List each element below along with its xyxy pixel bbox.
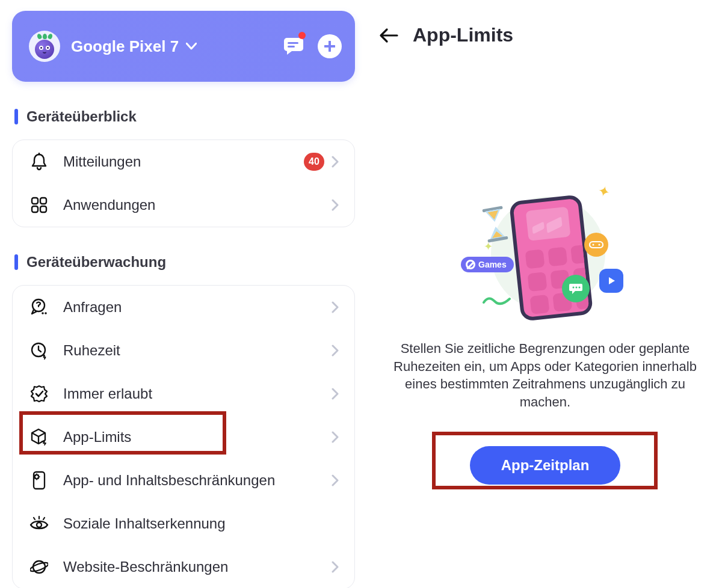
website-restrictions-row[interactable]: Website-Beschränkungen: [13, 545, 354, 588]
device-dropdown-icon[interactable]: [186, 43, 197, 50]
svg-rect-2: [288, 46, 295, 47]
app-schedule-button[interactable]: App-Zeitplan: [470, 446, 621, 485]
svg-point-9: [42, 312, 44, 314]
apps-label: Anwendungen: [63, 197, 155, 213]
svg-rect-5: [40, 198, 46, 204]
content-restrictions-label: App- und Inhaltsbeschränkungen: [63, 472, 275, 489]
chat-icon: [283, 37, 304, 55]
svg-point-22: [579, 287, 581, 289]
chevron-right-icon: [332, 474, 339, 486]
chevron-right-icon: [332, 388, 339, 400]
content-restrictions-row[interactable]: App- und Inhaltsbeschränkungen: [13, 459, 354, 502]
play-icon: [599, 269, 623, 293]
chevron-right-icon: [332, 301, 339, 313]
device-header-card: Google Pixel 7: [12, 11, 355, 82]
overview-card: Mitteilungen 40 Anwendungen: [12, 139, 355, 227]
social-detection-row[interactable]: Soziale Inhaltserkennung: [13, 502, 354, 545]
section-accent-bar: [14, 109, 18, 124]
svg-point-16: [30, 561, 48, 573]
svg-point-18: [593, 244, 594, 246]
plus-icon: [324, 41, 335, 52]
requests-label: Anfragen: [63, 299, 122, 316]
clock-icon: [28, 341, 50, 360]
section-monitoring-header: Geräteüberwachung: [14, 254, 355, 271]
chevron-right-icon: [332, 561, 339, 573]
chevron-right-icon: [332, 156, 339, 168]
arrow-left-icon: [379, 28, 398, 43]
back-button[interactable]: [379, 28, 398, 43]
always-allowed-row[interactable]: Immer erlaubt: [13, 372, 354, 415]
svg-point-20: [573, 287, 575, 289]
page-title: App-Limits: [413, 24, 513, 46]
social-detection-label: Soziale Inhaltserkennung: [63, 515, 226, 532]
sidebar: Google Pixel 7 Geräteüberblic: [12, 11, 355, 588]
device-name[interactable]: Google Pixel 7: [71, 37, 179, 56]
section-title: Geräteüberwachung: [26, 254, 166, 271]
section-accent-bar: [14, 254, 18, 270]
chevron-right-icon: [332, 345, 339, 357]
notifications-row[interactable]: Mitteilungen 40: [13, 140, 354, 183]
chevron-right-icon: [332, 518, 339, 530]
downtime-label: Ruhezeit: [63, 342, 120, 359]
badge-check-icon: [28, 385, 50, 403]
main-panel: App-Limits ✦ ✦: [368, 24, 722, 485]
child-avatar[interactable]: [29, 31, 60, 62]
notifications-label: Mitteilungen: [63, 153, 141, 170]
requests-row[interactable]: Anfragen: [13, 286, 354, 329]
chevron-right-icon: [332, 431, 339, 443]
app-limits-label: App-Limits: [63, 429, 131, 446]
messages-button[interactable]: [280, 33, 307, 60]
svg-point-14: [37, 522, 42, 527]
monitoring-card: Anfragen Ruhezeit Immer erlaubt App-Limi…: [12, 285, 355, 588]
svg-rect-7: [40, 206, 46, 212]
notifications-badge: 40: [304, 153, 324, 171]
squiggle-icon: [483, 294, 513, 306]
eye-icon: [28, 515, 50, 532]
website-restrictions-label: Website-Beschränkungen: [63, 559, 228, 575]
app-limits-illustration: ✦ ✦ Games: [461, 185, 629, 323]
requests-icon: [28, 298, 50, 316]
add-button[interactable]: [318, 34, 342, 58]
phone-gear-icon: [28, 471, 50, 490]
empty-state: ✦ ✦ Games: [368, 185, 722, 485]
svg-rect-0: [284, 38, 303, 51]
section-title: Geräteüberblick: [26, 108, 137, 125]
section-overview-header: Geräteüberblick: [14, 108, 355, 125]
svg-rect-17: [590, 242, 603, 248]
gamepad-icon: [584, 233, 608, 257]
games-pill: Games: [461, 257, 514, 272]
cube-timer-icon: [28, 428, 50, 446]
always-allowed-label: Immer erlaubt: [63, 385, 152, 402]
downtime-row[interactable]: Ruhezeit: [13, 329, 354, 372]
chevron-right-icon: [332, 199, 339, 211]
svg-point-10: [45, 312, 47, 314]
games-pill-label: Games: [478, 260, 507, 269]
svg-rect-4: [32, 198, 38, 204]
apps-row[interactable]: Anwendungen: [13, 183, 354, 227]
apps-grid-icon: [28, 197, 50, 213]
svg-rect-6: [32, 206, 38, 212]
main-header: App-Limits: [368, 24, 722, 46]
svg-point-21: [576, 287, 578, 289]
bell-icon: [28, 153, 50, 171]
svg-point-19: [599, 244, 600, 246]
notification-dot-icon: [298, 32, 306, 39]
app-limits-row[interactable]: App-Limits: [13, 415, 354, 459]
svg-rect-1: [288, 42, 298, 44]
chat-bubble-icon: [562, 275, 590, 302]
planet-icon: [28, 558, 50, 576]
empty-state-description: Stellen Sie zeitliche Begrenzungen oder …: [389, 340, 702, 411]
